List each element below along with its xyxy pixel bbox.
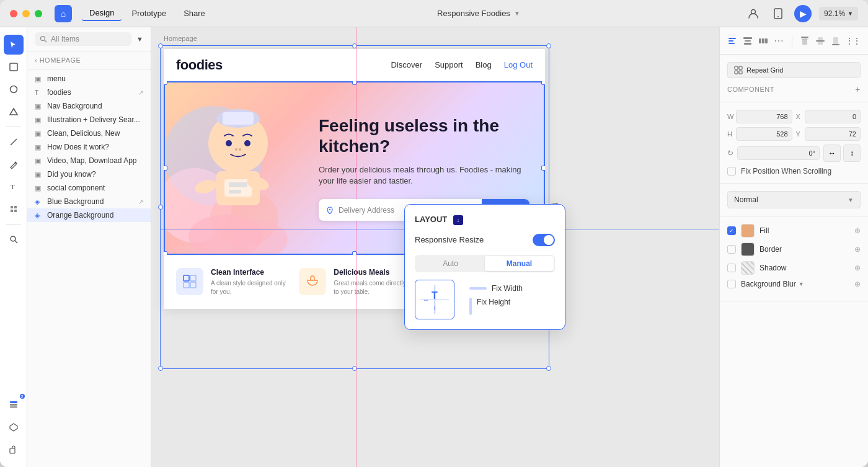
tab-share[interactable]: Share: [176, 6, 213, 20]
selection-handle-tr[interactable]: [541, 81, 545, 85]
selection-handle-bm[interactable]: [352, 251, 357, 255]
nav-blog[interactable]: Blog: [476, 60, 492, 69]
outer-handle-tl[interactable]: [158, 43, 163, 48]
feature-title: Delicious Meals: [334, 268, 409, 277]
breadcrumb-back[interactable]: ‹: [35, 56, 37, 64]
blur-chevron-icon[interactable]: ▼: [799, 281, 804, 287]
svg-rect-46: [728, 38, 736, 39]
line-tool[interactable]: [4, 132, 24, 152]
layers-dropdown[interactable]: ▼: [136, 35, 143, 43]
distribute-icon[interactable]: ⋮⋮: [846, 33, 861, 48]
selection-handle-tm[interactable]: [352, 81, 357, 85]
fill-color-preview[interactable]: [741, 224, 755, 238]
align-bottom-icon[interactable]: [830, 33, 841, 48]
home-icon[interactable]: ⌂: [55, 5, 72, 22]
minimize-button[interactable]: [22, 10, 30, 17]
align-middle-icon[interactable]: [815, 33, 825, 48]
layer-item[interactable]: T foodies ↗: [27, 86, 151, 99]
more-icon[interactable]: ⋯: [774, 33, 784, 48]
layer-item[interactable]: ▣ Illustration + Delivery Sear...: [27, 113, 151, 127]
outer-handle-bl[interactable]: [158, 366, 163, 371]
assets-tool[interactable]: [4, 417, 24, 437]
fill-picker-icon[interactable]: ⊕: [854, 226, 861, 235]
canvas-area[interactable]: Homepage foodies Discover Support Blog L…: [151, 27, 719, 467]
search-tool[interactable]: [4, 229, 24, 249]
border-color-preview[interactable]: [741, 242, 755, 256]
layer-item[interactable]: ▣ Clean, Delicious, New: [27, 127, 151, 140]
blur-picker-icon[interactable]: ⊕: [854, 280, 861, 288]
blur-label: Background Blur ▼: [741, 280, 849, 288]
user-icon[interactable]: [745, 5, 762, 22]
ellipse-tool[interactable]: [4, 79, 24, 99]
layer-item[interactable]: ▣ menu: [27, 72, 151, 86]
align-center-icon[interactable]: [743, 33, 753, 48]
flip-vertical-button[interactable]: ↕: [843, 145, 861, 162]
fill-checkbox[interactable]: ✓: [727, 226, 736, 235]
plugins-tool[interactable]: [4, 440, 24, 460]
pen-tool[interactable]: [4, 154, 24, 174]
layer-item-selected[interactable]: ◈ Orange Background: [27, 208, 151, 222]
mobile-icon[interactable]: [769, 5, 787, 22]
tab-design[interactable]: Design: [82, 6, 122, 21]
responsive-resize-toggle[interactable]: [533, 234, 555, 246]
layer-item[interactable]: ▣ Did you know?: [27, 167, 151, 181]
x-input[interactable]: [805, 110, 861, 123]
maximize-button[interactable]: [35, 10, 42, 17]
layer-item[interactable]: ▣ Video, Map, Download App: [27, 154, 151, 167]
play-icon[interactable]: ▶: [794, 5, 812, 22]
outer-handle-br[interactable]: [546, 366, 551, 371]
outer-handle-tr[interactable]: [546, 43, 551, 48]
chevron-down-icon[interactable]: ▼: [514, 10, 520, 17]
component-tool[interactable]: [4, 199, 24, 219]
nav-support[interactable]: Support: [435, 60, 463, 69]
repeat-grid-button[interactable]: Repeat Grid: [727, 62, 861, 78]
close-button[interactable]: [10, 10, 17, 17]
blur-checkbox[interactable]: [727, 280, 736, 288]
rotate-input[interactable]: [737, 146, 820, 160]
layers-tool[interactable]: 2: [4, 395, 24, 415]
breadcrumb: ‹ HOMEPAGE: [27, 51, 151, 69]
shadow-color-preview[interactable]: [741, 261, 755, 275]
selection-handle-mr[interactable]: [541, 166, 545, 171]
outer-handle-bm[interactable]: [352, 366, 357, 371]
border-checkbox[interactable]: [727, 245, 736, 254]
width-input[interactable]: [736, 110, 792, 123]
flip-horizontal-button[interactable]: ↔: [823, 145, 841, 162]
align-left-icon[interactable]: [727, 33, 738, 48]
nav-logout[interactable]: Log Out: [504, 60, 533, 69]
shadow-checkbox[interactable]: [727, 264, 736, 272]
y-input[interactable]: [805, 127, 861, 141]
triangle-tool[interactable]: [4, 102, 24, 122]
layer-item[interactable]: ▣ How Does it work?: [27, 140, 151, 154]
select-tool[interactable]: [4, 35, 24, 55]
add-component-icon[interactable]: +: [855, 84, 861, 94]
svg-rect-55: [801, 37, 808, 38]
manual-tab[interactable]: Manual: [485, 256, 554, 271]
layer-item[interactable]: ▣ social component: [27, 181, 151, 195]
distribution-icon[interactable]: [758, 33, 769, 48]
fix-position-checkbox[interactable]: [727, 167, 736, 176]
layer-item[interactable]: ▣ Nav Background: [27, 99, 151, 113]
blur-row: Background Blur ▼ ⊕: [727, 280, 861, 288]
shadow-picker-icon[interactable]: ⊕: [854, 264, 861, 272]
outer-handle-tm[interactable]: [352, 43, 357, 48]
zoom-control[interactable]: 92.1% ▼: [819, 7, 858, 20]
chevron-down-icon: ▼: [848, 11, 853, 17]
rectangle-tool[interactable]: [4, 57, 24, 77]
title-bar: ⌂ Design Prototype Share Responsive Food…: [0, 0, 868, 27]
fix-width-indicator: [469, 287, 487, 290]
svg-point-4: [10, 86, 17, 93]
text-tool[interactable]: T: [4, 177, 24, 197]
layer-item[interactable]: ◈ Blue Background ↗: [27, 195, 151, 208]
auto-tab[interactable]: Auto: [416, 256, 485, 271]
blend-mode-select[interactable]: Normal ▼: [727, 191, 861, 208]
svg-text:T: T: [11, 183, 15, 190]
tab-prototype[interactable]: Prototype: [124, 6, 174, 20]
height-input[interactable]: [736, 127, 792, 141]
nav-discover[interactable]: Discover: [391, 60, 423, 69]
svg-rect-43: [190, 282, 196, 288]
outer-handle-ml[interactable]: [158, 205, 163, 210]
align-top-icon[interactable]: [799, 33, 810, 48]
border-picker-icon[interactable]: ⊕: [854, 245, 861, 254]
layers-search[interactable]: All Items: [35, 32, 131, 46]
